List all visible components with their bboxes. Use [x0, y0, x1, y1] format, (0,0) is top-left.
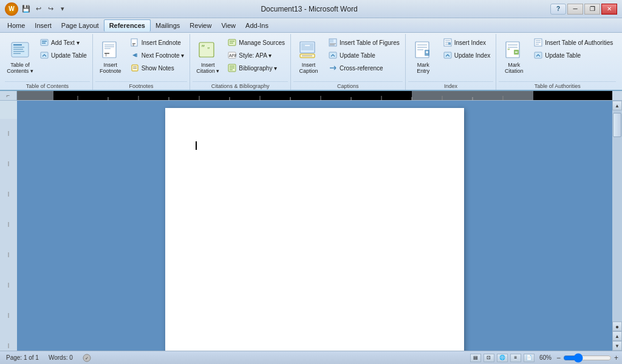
scroll-up-button[interactable]: ▲ [612, 101, 622, 110]
next-page-button[interactable]: ▼ [612, 341, 622, 351]
cross-reference-button[interactable]: Cross-reference [325, 62, 403, 74]
insert-tof-icon [328, 38, 338, 47]
status-right: ▤ ⊡ 🌐 ≡ 📄 60% − + [470, 354, 618, 362]
zoom-out-button[interactable]: − [556, 354, 561, 362]
svg-text:ii: ii [132, 43, 134, 47]
cross-reference-label: Cross-reference [340, 65, 383, 72]
page-indicator[interactable]: Page: 1 of 1 [4, 354, 41, 362]
document-area[interactable] [17, 101, 612, 351]
add-text-button[interactable]: Add Text ▾ [36, 36, 90, 49]
help-button[interactable]: ? [550, 4, 566, 15]
prev-page-button[interactable]: ▲ [612, 331, 622, 341]
menu-add-ins[interactable]: Add-Ins [241, 19, 273, 32]
citations-small-buttons: Manage Sources APA Style: APA ▾ Bibliogr… [224, 36, 288, 74]
ribbon: Table ofContents ▾ Add Text ▾ Update Tab… [0, 33, 622, 91]
update-index-button[interactable]: Update Index [440, 49, 494, 61]
svg-text:": " [507, 48, 510, 55]
insert-authorities-label: Insert Table of Authorities [545, 39, 613, 46]
index-small-buttons: Insert Index Update Index [440, 36, 494, 61]
menu-home[interactable]: Home [2, 19, 30, 32]
insert-citation-button[interactable]: " " InsertCitation ▾ [193, 36, 223, 78]
svg-text:": " [207, 47, 210, 53]
office-logo: W [5, 2, 18, 16]
ruler-corner[interactable]: ⌐ [0, 91, 17, 100]
show-notes-button[interactable]: Show Notes [127, 62, 188, 74]
svg-text:✓: ✓ [85, 356, 89, 360]
update-index-label: Update Index [454, 52, 491, 59]
ribbon-group-footnotes: i InsertFootnote ii Insert Endnote Next … [93, 34, 191, 90]
menu-mailings[interactable]: Mailings [151, 19, 185, 32]
insert-table-of-authorities-button[interactable]: Insert Table of Authorities [530, 36, 616, 49]
customize-qa-button[interactable]: ▾ [57, 4, 68, 15]
update-table-authorities-button[interactable]: Update Table [530, 49, 616, 61]
save-button[interactable]: 💾 [21, 4, 32, 15]
svg-text:APA: APA [229, 53, 236, 58]
menu-view[interactable]: View [216, 19, 241, 32]
insert-caption-button[interactable]: InsertCaption [293, 36, 324, 78]
mark-entry-button[interactable]: MarkEntry [408, 36, 439, 78]
footnotes-group-content: i InsertFootnote ii Insert Endnote Next … [95, 35, 188, 81]
manage-sources-button[interactable]: Manage Sources [224, 36, 288, 49]
zoom-in-button[interactable]: + [614, 354, 618, 362]
mark-citation-button[interactable]: " MarkCitation [499, 36, 529, 78]
window-controls: ? ─ ❐ ✕ [550, 4, 617, 15]
print-layout-view-button[interactable]: ▤ [470, 354, 481, 362]
restore-button[interactable]: ❐ [584, 4, 600, 15]
add-text-icon [39, 38, 49, 47]
svg-rect-59 [448, 42, 451, 45]
insert-footnote-icon: i [100, 39, 121, 61]
table-of-contents-button[interactable]: Table ofContents ▾ [5, 36, 35, 78]
update-table-captions-icon [328, 50, 338, 60]
full-screen-view-button[interactable]: ⊡ [484, 354, 494, 362]
insert-table-of-figures-button[interactable]: Insert Table of Figures [325, 36, 403, 49]
insert-endnote-button[interactable]: ii Insert Endnote [127, 36, 188, 49]
toc-icon [9, 39, 31, 61]
menu-review[interactable]: Review [185, 19, 216, 32]
bibliography-button[interactable]: Bibliography ▾ [224, 62, 288, 74]
ribbon-group-toc: Table ofContents ▾ Add Text ▾ Update Tab… [2, 34, 93, 90]
toc-group-label: Table of Contents [5, 81, 90, 90]
svg-rect-91 [0, 101, 17, 119]
insert-index-button[interactable]: Insert Index [440, 36, 494, 49]
update-table-toc-icon [39, 50, 49, 60]
web-layout-view-button[interactable]: 🌐 [497, 354, 508, 362]
insert-index-label: Insert Index [454, 39, 486, 46]
show-notes-label: Show Notes [142, 65, 174, 72]
menu-page-layout[interactable]: Page Layout [56, 19, 104, 32]
insert-endnote-label: Insert Endnote [142, 39, 181, 46]
select-browse-object-button[interactable]: ● [612, 322, 622, 331]
update-table-toc-button[interactable]: Update Table [36, 49, 90, 61]
add-text-label: Add Text ▾ [51, 39, 80, 46]
cross-reference-icon [328, 63, 338, 73]
vertical-ruler [0, 101, 17, 351]
scroll-thumb[interactable] [613, 113, 621, 137]
ribbon-group-citations: " " InsertCitation ▾ Manage Sources APA [190, 34, 291, 90]
close-button[interactable]: ✕ [601, 4, 617, 15]
zoom-slider[interactable] [563, 354, 612, 362]
minimize-button[interactable]: ─ [567, 4, 583, 15]
menu-references[interactable]: References [104, 19, 151, 32]
outline-view-button[interactable]: ≡ [510, 354, 521, 362]
toc-group-content: Table ofContents ▾ Add Text ▾ Update Tab… [5, 35, 90, 81]
update-index-icon [443, 50, 453, 60]
mark-citation-label: MarkCitation [505, 62, 524, 74]
document-page[interactable] [165, 108, 464, 351]
style-button[interactable]: APA Style: APA ▾ [224, 49, 288, 61]
draft-view-button[interactable]: 📄 [524, 354, 535, 362]
insert-authorities-icon [533, 38, 543, 47]
words-indicator[interactable]: Words: 0 [46, 354, 75, 362]
undo-button[interactable]: ↩ [33, 4, 44, 15]
svg-rect-73 [17, 91, 53, 100]
redo-button[interactable]: ↪ [45, 4, 56, 15]
update-table-captions-label: Update Table [340, 52, 375, 59]
menu-insert[interactable]: Insert [30, 19, 56, 32]
text-cursor [196, 141, 197, 150]
citations-group-label: Citations & Bibliography [193, 81, 288, 90]
next-footnote-button[interactable]: Next Footnote ▾ [127, 49, 188, 61]
title-bar: W 💾 ↩ ↪ ▾ Document13 - Microsoft Word ? … [0, 0, 622, 18]
manage-sources-label: Manage Sources [239, 39, 285, 46]
insert-footnote-button[interactable]: i InsertFootnote [95, 36, 126, 78]
update-table-captions-button[interactable]: Update Table [325, 49, 403, 61]
index-group-content: MarkEntry Insert Index Update Index [408, 35, 494, 81]
scroll-track[interactable] [612, 110, 622, 322]
